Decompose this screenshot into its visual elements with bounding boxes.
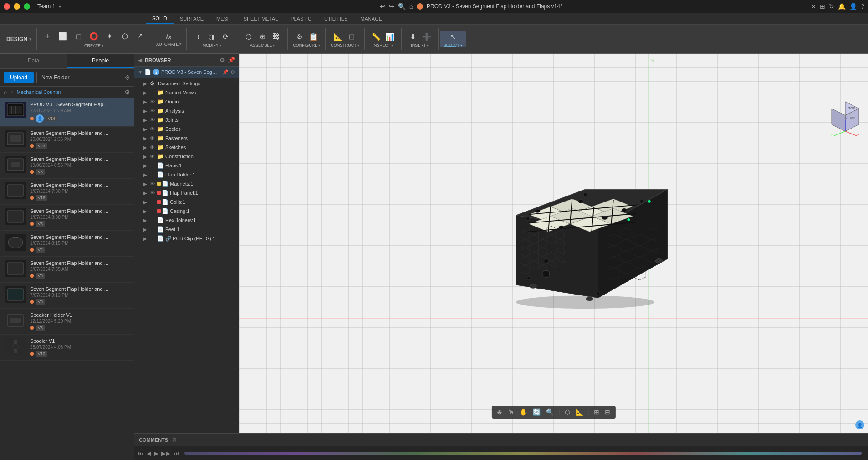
tab-mesh[interactable]: MESH: [210, 14, 237, 24]
create-rect-tool[interactable]: ◻: [71, 30, 86, 43]
grid-icon[interactable]: ⊞: [820, 3, 825, 10]
sidebar-tab-data[interactable]: Data: [0, 54, 67, 68]
doc-info-icon[interactable]: ℹ: [153, 69, 159, 75]
view-icon-2[interactable]: 🖱: [506, 408, 516, 417]
automate-label-row[interactable]: AUTOMATE ▾: [156, 42, 181, 47]
eye-magnets[interactable]: 👁: [150, 181, 156, 186]
file-item-4[interactable]: Seven Segment Flap Holder and ... 1/07/2…: [0, 205, 134, 231]
create-hex-tool[interactable]: ⬡: [117, 30, 132, 43]
eye-sketches[interactable]: 👁: [150, 145, 156, 150]
view-icon-6[interactable]: ⬡: [563, 408, 572, 417]
file-item-1[interactable]: Seven Segment Flap Holder and ... 20/06/…: [0, 127, 134, 153]
tab-plastic[interactable]: PLASTIC: [284, 14, 318, 24]
view-icon-1[interactable]: ⊕: [495, 408, 504, 417]
browser-doc-row[interactable]: ▼ 📄 ℹ PROD V3 - Seven Segmer... 📌 ⚙: [134, 67, 239, 78]
timeline-prev-icon[interactable]: ◀: [147, 450, 151, 457]
timeline-end-icon[interactable]: ⏭: [173, 450, 179, 457]
browser-pin-icon[interactable]: 📌: [228, 57, 235, 63]
inspect-label-row[interactable]: INSPECT ▾: [373, 43, 393, 47]
file-item-6[interactable]: Seven Segment Flap Holder and ... 2/07/2…: [0, 257, 134, 283]
breadcrumb-path[interactable]: Mechanical Counter: [16, 89, 61, 95]
fx-tool[interactable]: fx: [162, 32, 176, 42]
modify-t3[interactable]: ⟳: [219, 31, 232, 43]
tree-item-origin[interactable]: ▶ 👁 📁 Origin: [134, 97, 239, 106]
team-dropdown-icon[interactable]: ▾: [59, 4, 61, 9]
eye-analysis[interactable]: 👁: [150, 108, 156, 114]
create-circle-tool[interactable]: ⭕: [87, 30, 101, 43]
file-item-5[interactable]: Seven Segment Flap Holder and ... 1/07/2…: [0, 231, 134, 257]
create-star-tool[interactable]: ✦: [102, 30, 117, 43]
notification-icon[interactable]: 🔔: [838, 3, 846, 10]
tree-item-construction[interactable]: ▶ 👁 📁 Construction: [134, 152, 239, 161]
folder-settings-icon[interactable]: ⚙: [124, 88, 130, 96]
close-window-icon[interactable]: ✕: [811, 3, 816, 10]
construct-t1[interactable]: 📐: [332, 31, 344, 43]
design-tool[interactable]: DESIGN ▾: [3, 32, 35, 46]
home-icon[interactable]: ⌂: [4, 88, 7, 96]
help-icon[interactable]: ?: [861, 3, 864, 10]
home-icon[interactable]: ⌂: [409, 3, 413, 10]
browser-doc-pin[interactable]: 📌: [222, 69, 229, 75]
view-icon-7[interactable]: 📐: [574, 408, 585, 417]
browser-settings-icon[interactable]: ⚙: [220, 57, 225, 63]
tree-item-flaps[interactable]: ▶ 📄 Flaps:1: [134, 161, 239, 170]
inspect-t1[interactable]: 📏: [370, 31, 383, 43]
search-icon[interactable]: 🔍: [398, 3, 406, 10]
tree-item-sketches[interactable]: ▶ 👁 📁 Sketches: [134, 143, 239, 152]
new-folder-button[interactable]: New Folder: [36, 72, 74, 83]
eye-fasteners[interactable]: 👁: [150, 135, 156, 141]
assemble-t2[interactable]: ⊕: [256, 31, 269, 43]
modify-t1[interactable]: ↕: [192, 31, 204, 43]
create-square-tool[interactable]: ⬜: [56, 30, 70, 43]
close-button[interactable]: [4, 3, 10, 10]
file-item-3[interactable]: Seven Segment Flap Holder and ... 1/07/2…: [0, 179, 134, 205]
select-t1[interactable]: ↖: [446, 31, 459, 43]
tree-item-joints[interactable]: ▶ 👁 📁 Joints: [134, 115, 239, 124]
tree-item-bodies[interactable]: ▶ 👁 📁 Bodies: [134, 124, 239, 134]
tab-solid[interactable]: SOLID: [146, 13, 174, 24]
create-box-tool[interactable]: +: [40, 30, 55, 43]
insert-label-row[interactable]: INSERT ▾: [411, 43, 429, 47]
modify-label-row[interactable]: MODIFY ▾: [203, 43, 221, 47]
comments-settings-icon[interactable]: ⚙: [172, 436, 177, 443]
assemble-t1[interactable]: ⬡: [242, 31, 255, 43]
assemble-t3[interactable]: ⛓: [270, 31, 282, 43]
tree-item-named-views[interactable]: ▶ 📁 Named Views: [134, 88, 239, 97]
browser-collapse-icon[interactable]: ◀: [138, 57, 142, 63]
user-icon[interactable]: 👤: [849, 3, 857, 10]
timeline-next-icon[interactable]: ▶▶: [161, 450, 170, 457]
construct-t2[interactable]: ⊡: [345, 31, 358, 43]
tree-item-pcb-clip[interactable]: ▶ 📄 🔗 PCB Clip (PETG):1: [134, 234, 239, 243]
tab-manage[interactable]: MANAGE: [354, 14, 388, 24]
tree-item-doc-settings[interactable]: ▶ ⚙ Document Settings: [134, 79, 239, 88]
configure-t1[interactable]: ⚙: [293, 31, 306, 43]
tree-item-magnets[interactable]: ▶ 👁 📄 Magnets:1: [134, 179, 239, 188]
eye-flap-panel[interactable]: 👁: [150, 190, 156, 196]
assemble-label-row[interactable]: ASSEMBLE ▾: [250, 43, 275, 47]
tree-item-hex-joiners[interactable]: ▶ 📄 Hex Joiners:1: [134, 216, 239, 225]
tree-item-casing[interactable]: ▶ 📄 Casing:1: [134, 207, 239, 216]
redo-icon[interactable]: ↪: [389, 3, 394, 10]
tree-item-flap-panel[interactable]: ▶ 👁 📄 Flap Panel:1: [134, 188, 239, 197]
tree-item-fasteners[interactable]: ▶ 👁 📁 Fasteners: [134, 134, 239, 143]
timeline-start-icon[interactable]: ⏮: [138, 450, 144, 457]
modify-t2[interactable]: ◑: [205, 31, 218, 43]
timeline-track[interactable]: [184, 452, 862, 455]
insert-t1[interactable]: ⬇: [407, 31, 419, 43]
tree-item-coils[interactable]: ▶ 📄 Coils:1: [134, 197, 239, 207]
view-icon-3[interactable]: ✋: [518, 408, 529, 417]
configure-label-row[interactable]: CONFIGURE ▾: [293, 43, 320, 47]
upload-button[interactable]: Upload: [4, 72, 34, 83]
eye-bodies[interactable]: 👁: [150, 126, 156, 132]
tree-item-feet[interactable]: ▶ 📄 Feet:1: [134, 225, 239, 234]
file-item-7[interactable]: Seven Segment Flap Holder and ... 7/07/2…: [0, 283, 134, 309]
sidebar-tab-people[interactable]: People: [67, 54, 134, 68]
maximize-button[interactable]: [24, 3, 30, 10]
refresh-icon[interactable]: ↻: [829, 3, 834, 10]
tab-utilities[interactable]: UTILITIES: [318, 14, 354, 24]
view-icon-5[interactable]: 🔍: [544, 408, 556, 417]
browser-doc-settings[interactable]: ⚙: [230, 69, 235, 75]
view-icon-9[interactable]: ⊟: [603, 408, 612, 417]
construct-label-row[interactable]: CONSTRUCT ▾: [331, 43, 359, 47]
eye-origin[interactable]: 👁: [150, 99, 156, 104]
